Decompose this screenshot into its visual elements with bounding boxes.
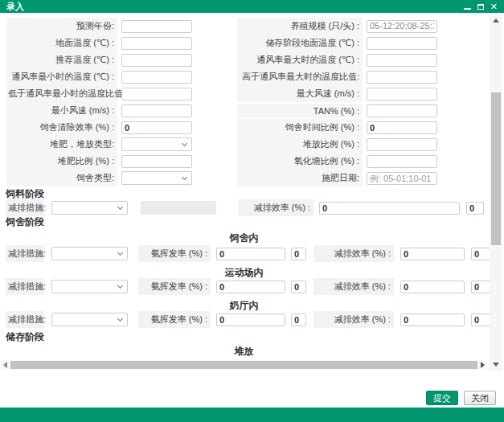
tan-percent-input[interactable] [367,104,437,117]
bottom-bar [0,408,504,422]
compost-stack-type-select[interactable] [121,137,192,151]
housing-stage-heading: 饲舍阶段 [0,216,504,227]
fertilize-date-label: 施肥日期: [237,170,363,186]
housing-inside-ammonia-input[interactable] [216,248,285,260]
submit-button[interactable]: 提交 [426,391,458,405]
milking-parlor-ammonia-input[interactable] [216,313,285,326]
milking-parlor-ammonia-small-input[interactable] [291,313,306,326]
above-max-vent-ratio-input[interactable] [367,71,437,84]
milking-parlor-measure-select[interactable] [51,313,128,326]
below-min-vent-ratio-label: 低于通风率最小时的温度比值: [6,85,117,102]
min-wind-speed-input[interactable] [121,104,192,117]
playground-row: 减排措施: 氨挥发率 (%) : 减排效率 (%) : [0,278,504,295]
above-max-vent-ratio-label: 高于通风率最大时的温度比值: [237,68,363,85]
fertilize-date-input[interactable] [367,172,437,185]
lagoon-ratio-input[interactable] [367,155,437,168]
playground-ammonia-small-input[interactable] [291,281,306,293]
vertical-scrollbar-thumb[interactable] [491,92,501,245]
compost-ratio-input[interactable] [121,155,192,168]
scroll-up-icon[interactable] [493,18,499,23]
housing-clean-eff-label: 饲舍清除效率 (%) : [6,119,117,136]
recommend-temp-input[interactable] [121,54,192,67]
ground-temp-input[interactable] [121,37,192,50]
close-button[interactable]: 关闭 [464,391,496,405]
playground-ammonia-input[interactable] [216,281,285,293]
max-vent-temp-label: 通风率最大时的温度 (℃) : [237,51,363,68]
ground-temp-label: 地面温度 (℃) : [6,35,117,51]
eff-label: 减排效率 (%) : [313,311,394,328]
predict-year-input[interactable] [121,20,192,33]
form-row: 通风率最小时的温度 (℃) : 高于通风率最大时的温度比值: [0,68,504,85]
stack-ratio-label: 堆放比例 (%) : [237,136,363,153]
housing-inside-row: 减排措施: 氨挥发率 (%) : 减排效率 (%) : [0,245,504,262]
playground-eff-input[interactable] [400,281,465,293]
chevron-down-icon [117,315,123,321]
feed-eff-input[interactable] [319,202,460,215]
min-wind-speed-label: 最小风速 (m/s) : [6,102,117,119]
form-row: 堆肥比例 (%) : 氧化塘比例 (%) : [0,153,504,170]
housing-inside-eff-input[interactable] [400,248,465,260]
max-wind-speed-input[interactable] [367,88,437,100]
form-row: 最小风速 (m/s) : TAN% (%) : [0,102,504,119]
milking-parlor-eff-small-input[interactable] [471,313,490,326]
storage-stage-heading: 储存阶段 [0,331,504,342]
playground-heading: 运动场内 [0,267,488,278]
minimize-icon[interactable] [464,8,471,10]
window-controls: ✕ [464,1,498,12]
max-vent-temp-input[interactable] [367,54,437,67]
feed-eff-small-input[interactable] [466,202,484,215]
chevron-down-icon [182,174,187,179]
milking-parlor-eff-input[interactable] [400,313,465,326]
housing-inside-ammonia-small-input[interactable] [291,248,306,260]
ammonia-rate-label: 氨挥发率 (%) : [138,245,211,262]
vertical-scrollbar[interactable] [490,14,502,371]
form-row: 地面温度 (℃) : 储存阶段地面温度 (℃) : [0,35,504,51]
horizontal-scrollbar[interactable] [1,360,487,370]
feed-measure-select[interactable] [51,201,128,215]
housing-inside-heading: 饲舍内 [0,232,488,244]
measure-label: 减排措施: [6,278,44,295]
measure-label: 减排措施: [6,311,44,328]
playground-eff-small-input[interactable] [471,281,490,293]
housing-time-ratio-input[interactable] [367,121,437,134]
housing-inside-eff-small-input[interactable] [471,248,490,260]
parameters-form: 预测年份: 养殖规模 (只/头) : 地面温度 (℃) : 储存阶段地面温度 (… [0,13,504,186]
playground-measure-select[interactable] [51,280,128,293]
horizontal-scrollbar-thumb[interactable] [10,361,477,369]
scroll-left-icon[interactable] [3,362,7,368]
scroll-down-icon[interactable] [493,363,499,367]
max-wind-speed-label: 最大风速 (m/s) : [237,85,363,102]
recommend-temp-label: 推荐温度 (℃) : [6,51,117,68]
form-row: 低于通风率最小时的温度比值: 最大风速 (m/s) : [0,85,504,102]
form-row: 饲舍清除效率 (%) : 饲舍时间比例 (%) : [0,119,504,136]
min-vent-temp-input[interactable] [121,71,192,84]
form-row: 推荐温度 (℃) : 通风率最大时的温度 (℃) : [0,51,504,68]
measure-label: 减排措施: [6,245,44,262]
housing-inside-measure-select[interactable] [51,247,128,260]
compost-ratio-label: 堆肥比例 (%) : [6,153,117,170]
feed-stage-heading: 饲料阶段 [0,188,504,199]
housing-clean-eff-input[interactable] [121,121,192,134]
farm-scale-label: 养殖规模 (只/头) : [237,18,363,35]
maximize-icon[interactable] [477,4,484,10]
below-min-vent-ratio-input[interactable] [121,88,192,100]
compost-stack-type-label: 堆肥，堆放类型: [6,136,117,153]
tan-percent-label: TAN% (%) : [237,104,363,118]
stack-ratio-input[interactable] [367,138,437,151]
eff-label: 减排效率 (%) : [313,278,394,295]
storage-ground-temp-input[interactable] [367,37,437,50]
chevron-down-icon [182,140,187,145]
scroll-right-icon[interactable] [481,362,485,368]
housing-type-select[interactable] [121,171,192,185]
farm-scale-input[interactable] [367,20,437,33]
window-title: 录入 [6,0,24,13]
close-icon[interactable]: ✕ [490,1,498,12]
feed-eff-label: 减排效率 (%) : [239,199,313,216]
housing-type-label: 饲舍类型: [6,170,117,186]
title-bar: 录入 ✕ [0,0,504,13]
milking-parlor-heading: 奶厅内 [0,300,488,311]
predict-year-label: 预测年份: [6,18,117,35]
feed-stage-row: 减排措施: 减排效率 (%) : [0,199,504,216]
form-row: 饲舍类型: 施肥日期: [0,170,504,186]
feed-measure-label: 减排措施: [6,199,44,216]
